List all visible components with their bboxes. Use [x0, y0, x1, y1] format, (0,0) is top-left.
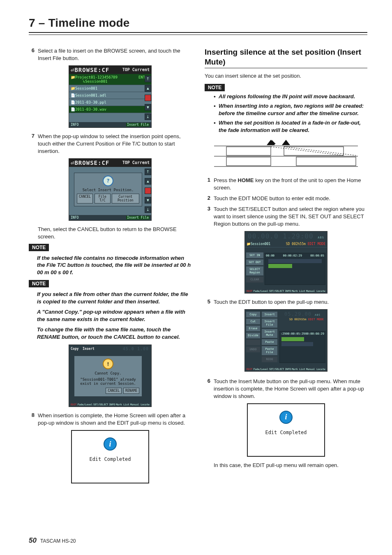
current-btn: Current: [132, 160, 150, 165]
edit-screen-setselect: 00.00.0 1.29:00 ABS 📁Session001SD 002h55…: [244, 231, 327, 294]
step-number: 8: [29, 412, 35, 427]
setout-btn: SET OUT: [246, 259, 264, 266]
step-text: Touch the EDIT button to open the pull-u…: [214, 298, 367, 306]
info-btn: INFO: [71, 216, 78, 220]
step-number: 1: [205, 177, 210, 192]
edit-completed-popup: i Edit Completed: [247, 403, 325, 457]
page-number: 50: [29, 536, 37, 544]
svg-rect-10: [296, 157, 356, 166]
figure-popup-right: i Edit Completed: [205, 403, 367, 457]
info-icon: i: [104, 437, 117, 451]
path-row: 📁Project01-123456789 ↳Session001ENTER: [69, 74, 151, 85]
step-6: 6 Select a file to insert on the BROWSE …: [29, 47, 191, 62]
svg-line-8: [271, 147, 344, 155]
insert-mute-btn: Insert Mute: [261, 328, 278, 338]
current-pos-btn: Current Position: [112, 194, 139, 204]
step-text: Touch the Insert Mute button on the pull…: [214, 378, 367, 400]
current-btn: Current: [132, 67, 150, 72]
key-home: HOME: [238, 177, 254, 183]
scr-title: BROWSE:CF: [74, 160, 109, 166]
paste-file-btn: Paste File: [261, 346, 278, 356]
text: Select a file to insert on the BROWSE sc…: [38, 48, 180, 54]
note-body: If you select a file from other than the…: [37, 291, 191, 340]
left-column: 6 Select a file to insert on the BROWSE …: [29, 47, 191, 488]
scroll-top-icon: ⤒: [145, 76, 151, 82]
step-r5: 5 Touch the EDIT button to open the pull…: [205, 298, 367, 306]
insert-file-btn: Insert File: [126, 216, 150, 220]
figure-browse-1: ⏎BROWSE:CFTOP Current 📁Project01-1234567…: [29, 65, 191, 128]
closing-line: In this case, the EDIT pull-up menu will…: [205, 462, 367, 469]
step-7: 7 When the pop-up window to select the i…: [29, 133, 191, 155]
cut-btn: Cut: [246, 318, 261, 325]
info-btn: INFO: [71, 123, 78, 127]
svg-marker-5: [282, 140, 290, 145]
step-number: 2: [205, 195, 210, 202]
divide-btn: Divide: [246, 332, 261, 339]
timecode: 00.00.0 1.29:00 ABS: [245, 231, 327, 241]
note-p: To change the file with the same file na…: [37, 326, 191, 340]
section-heading: Inserting silence at the set position (I…: [205, 47, 367, 67]
svg-rect-7: [284, 147, 344, 155]
file-tc-btn: File T/C: [95, 194, 111, 204]
file-row: 📁Session001➡: [69, 85, 151, 92]
browse-screen-modal: ⏎BROWSE:CFTOP Current ? Select Insert Po…: [69, 158, 152, 221]
rename-btn: RENAME: [123, 388, 139, 394]
step-text: When the pop-up window to select the ins…: [38, 133, 191, 155]
rule-thick: [29, 32, 367, 33]
chapter-title: 7 – Timeline mode: [29, 16, 367, 30]
insert-file-btn: Insert File: [126, 123, 150, 127]
bullet: When the set position is located in a fa…: [213, 119, 367, 134]
note-p: A "Cannot Copy." pop-up window appears w…: [37, 308, 191, 323]
scroll-up-icon: ▲: [145, 85, 151, 92]
scr-title: BROWSE:CF: [74, 67, 109, 73]
setin-btn: SET IN: [246, 252, 264, 259]
cannot-copy-modal: ! Cannot Copy. "Session001-T001" already…: [74, 356, 142, 397]
paste-btn: Paste: [261, 339, 278, 345]
select-region-btn: SELECT Region: [246, 266, 264, 276]
insert-position-modal: ? Select Insert Position. CANCEL File T/…: [74, 173, 142, 206]
clear-btn: CLEAR: [246, 276, 264, 283]
file-row: 📄2011-03-30.ppl: [69, 99, 151, 106]
product-name: TASCAM HS-20: [40, 538, 76, 544]
note-p: If you select a file from other than the…: [37, 291, 191, 305]
svg-line-11: [284, 147, 356, 155]
note-tag: NOTE: [29, 280, 49, 287]
blank-btn: [246, 339, 261, 346]
figure-timeline-diagram: [205, 138, 367, 172]
edit-completed-popup: i Edit Completed: [71, 430, 149, 483]
modal-line: "Session001-T001" already exist in curre…: [77, 377, 139, 386]
top-btn: TOP: [122, 67, 130, 72]
warn-icon: !: [103, 358, 113, 369]
scroll-down-icon: ▼: [145, 104, 151, 111]
figure-screen-3: 00.00.0 1.29:00 ABS 📁Session001SD 002h55…: [205, 231, 367, 294]
edit-screen-menu: Copy Cut Erase Divide UNDO Insert Insert…: [244, 309, 327, 372]
top-btn: TOP: [122, 160, 130, 165]
text: In this case, the EDIT pull-up menu will…: [214, 462, 367, 469]
button-ref: Insert File: [38, 55, 61, 61]
copy-btn: Copy: [246, 311, 261, 318]
cancel-btn: CANCEL: [77, 194, 93, 204]
cannot-copy-screen: Copy Insert45.0 1.00 ! Cannot Copy. "Ses…: [69, 345, 152, 407]
step-number: 7: [29, 133, 35, 155]
browse-screen: ⏎BROWSE:CFTOP Current 📁Project01-1234567…: [69, 65, 152, 128]
note-bullets: All regions following the IN point will …: [213, 93, 367, 134]
file-row: 📄Session001.adl: [69, 92, 151, 99]
figure-browse-2: ⏎BROWSE:CFTOP Current ? Select Insert Po…: [29, 158, 191, 221]
step-text: When insertion is complete, the Home Scr…: [38, 412, 191, 427]
step-text: Press the HOME key on the front of the u…: [214, 177, 367, 192]
step-number: 5: [205, 298, 210, 306]
figure-screen-5: Copy Cut Erase Divide UNDO Insert Insert…: [205, 309, 367, 373]
step-text: Touch the SET/SELECT button and select t…: [214, 206, 367, 228]
question-icon: ?: [103, 176, 113, 186]
step-8: 8 When insertion is complete, the Home S…: [29, 412, 191, 427]
bullet: When inserting into a region, two region…: [213, 102, 367, 117]
svg-rect-9: [226, 157, 271, 166]
text: Then, select the CANCEL button to return…: [38, 226, 191, 240]
right-column: Inserting silence at the set position (I…: [205, 47, 367, 488]
step-r6: 6 Touch the Insert Mute button on the pu…: [205, 378, 367, 400]
note-tag: NOTE: [29, 244, 49, 251]
popup-text: Edit Completed: [265, 430, 307, 435]
figure-cannot-copy: Copy Insert45.0 1.00 ! Cannot Copy. "Ses…: [29, 345, 191, 407]
svg-rect-6: [226, 147, 271, 155]
redo-btn: REDO: [261, 356, 278, 363]
